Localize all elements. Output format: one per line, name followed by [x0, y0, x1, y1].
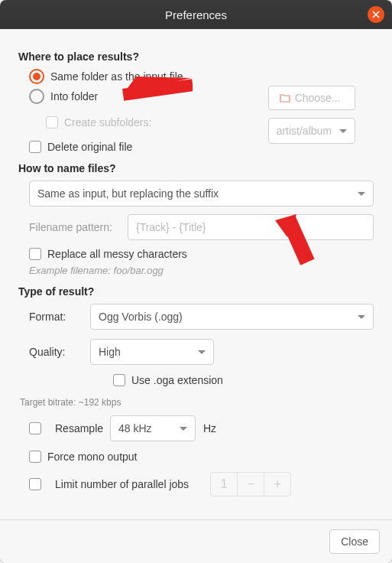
radio-icon: [29, 69, 44, 84]
close-icon: [372, 11, 380, 18]
limit-jobs-checkbox[interactable]: Limit number of parallel jobs: [29, 478, 189, 490]
section-naming-heading: How to name files?: [18, 162, 374, 174]
format-label: Format:: [29, 311, 83, 323]
section-type-heading: Type of result?: [18, 285, 374, 298]
oga-extension-label: Use .oga extension: [131, 374, 223, 386]
checkbox-icon: [29, 422, 41, 434]
section-where-heading: Where to place results?: [18, 50, 374, 63]
choose-button-label: Choose...: [295, 92, 341, 104]
delete-original-label: Delete original file: [47, 141, 132, 153]
stepper-minus[interactable]: −: [237, 473, 264, 496]
chevron-down-icon: [180, 427, 187, 431]
resample-checkbox[interactable]: Resample: [29, 422, 102, 434]
jobs-stepper[interactable]: 1 − +: [210, 472, 291, 496]
quality-select[interactable]: High: [90, 339, 214, 365]
filename-pattern-value: {Track} - {Title}: [136, 221, 206, 233]
target-bitrate: Target bitrate: ~192 kbps: [20, 397, 374, 408]
radio-into-folder-label: Into folder: [50, 90, 98, 103]
replace-messy-label: Replace all messy characters: [47, 248, 187, 260]
chevron-down-icon: [358, 192, 365, 196]
svg-rect-1: [281, 216, 314, 265]
force-mono-checkbox[interactable]: Force mono output: [29, 451, 374, 463]
format-value: Ogg Vorbis (.ogg): [99, 311, 183, 323]
checkbox-icon: [29, 451, 41, 463]
annotation-arrow: [266, 214, 327, 268]
naming-mode-select[interactable]: Same as input, but replacing the suffix: [29, 181, 374, 207]
chevron-down-icon: [198, 350, 206, 354]
radio-same-folder[interactable]: Same folder as the input file: [29, 69, 374, 84]
quality-value: High: [99, 346, 121, 358]
jobs-value: 1: [211, 473, 237, 496]
naming-mode-value: Same as input, but replacing the suffix: [37, 187, 219, 200]
checkbox-icon: [113, 374, 125, 386]
folder-icon: [280, 93, 290, 103]
close-button-label: Close: [341, 535, 368, 548]
titlebar: Preferences: [0, 0, 392, 29]
annotation-arrow: [109, 72, 193, 119]
checkbox-icon: [46, 116, 58, 129]
filename-pattern-label: Filename pattern:: [29, 221, 112, 233]
oga-extension-checkbox[interactable]: Use .oga extension: [113, 374, 374, 386]
window-title: Preferences: [165, 8, 227, 21]
filename-pattern-input[interactable]: {Track} - {Title}: [128, 214, 374, 240]
resample-rate-select[interactable]: 48 kHz: [110, 415, 196, 441]
force-mono-label: Force mono output: [47, 451, 138, 463]
choose-folder-button[interactable]: Choose...: [268, 86, 355, 110]
close-button[interactable]: Close: [329, 529, 380, 554]
preferences-window: Preferences Where to place results? Same…: [0, 0, 392, 563]
stepper-plus[interactable]: +: [264, 473, 290, 496]
radio-icon: [29, 89, 44, 104]
resample-rate-value: 48 kHz: [118, 422, 152, 434]
chevron-down-icon: [358, 315, 365, 319]
limit-jobs-label: Limit number of parallel jobs: [55, 478, 189, 490]
checkbox-icon: [29, 248, 41, 260]
subfolder-pattern-select[interactable]: artist/album: [268, 118, 355, 144]
dialog-footer: Close: [0, 519, 392, 563]
resample-label: Resample: [55, 422, 103, 434]
window-close-button[interactable]: [368, 6, 384, 23]
checkbox-icon: [29, 478, 41, 490]
hz-label: Hz: [203, 422, 216, 434]
chevron-down-icon: [339, 129, 347, 133]
subfolder-pattern-value: artist/album: [277, 125, 332, 137]
quality-label: Quality:: [29, 346, 83, 358]
checkbox-icon: [29, 141, 41, 153]
format-select[interactable]: Ogg Vorbis (.ogg): [90, 304, 374, 330]
